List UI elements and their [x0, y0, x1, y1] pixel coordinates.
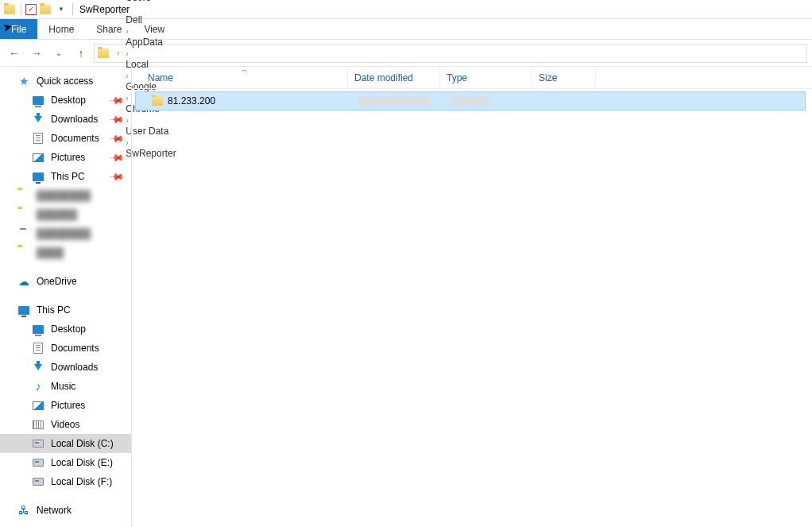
- folder-icon[interactable]: [39, 3, 52, 16]
- pc-icon: [32, 170, 44, 183]
- quick-access[interactable]: ★Quick access: [0, 72, 131, 91]
- sidebar-local-disk-c[interactable]: Local Disk (C:): [0, 434, 131, 453]
- label: Music: [51, 381, 75, 392]
- sort-asc-icon: ︿: [242, 65, 248, 74]
- breadcrumb-segment[interactable]: Dell: [122, 14, 191, 25]
- check-icon[interactable]: ✓: [25, 3, 37, 16]
- forward-button[interactable]: →: [27, 44, 46, 63]
- download-icon: [32, 361, 44, 374]
- label: Local Disk (C:): [51, 438, 114, 449]
- file-tab[interactable]: File: [0, 19, 37, 39]
- nav-bar: ← → ⌄ ↑ › This PC›Local Disk (C:)›Users›…: [0, 40, 812, 67]
- sidebar-onedrive[interactable]: ☁OneDrive: [0, 272, 131, 291]
- sidebar-this-pc[interactable]: This PC: [0, 300, 131, 320]
- star-icon: ★: [17, 75, 30, 87]
- sidebar-videos[interactable]: Videos: [0, 415, 131, 434]
- sidebar-desktop[interactable]: Desktop📌: [0, 91, 131, 110]
- redacted-item: ████████: [0, 186, 131, 205]
- pc-icon: [17, 304, 30, 316]
- disk-icon: [32, 475, 44, 488]
- sidebar-local-disk-e[interactable]: Local Disk (E:): [0, 453, 131, 472]
- chevron-right-icon[interactable]: ›: [122, 5, 131, 14]
- document-icon: [32, 342, 44, 355]
- breadcrumb-segment[interactable]: AppData: [122, 37, 191, 48]
- label: This PC: [51, 171, 85, 182]
- desktop-icon: [32, 94, 44, 107]
- pin-icon: 📌: [109, 130, 126, 147]
- download-icon: [32, 113, 44, 126]
- sidebar-music[interactable]: ♪Music: [0, 377, 131, 396]
- sidebar-documents[interactable]: Documents: [0, 339, 131, 358]
- sidebar-this-pc[interactable]: This PC📌: [0, 167, 131, 186]
- pin-icon: 📌: [109, 92, 126, 109]
- address-bar[interactable]: › This PC›Local Disk (C:)›Users›Dell›App…: [94, 44, 807, 63]
- dropdown-icon[interactable]: ▼: [58, 6, 64, 13]
- home-tab[interactable]: Home: [37, 19, 85, 39]
- pin-icon: 📌: [109, 169, 126, 185]
- label: Local Disk (F:): [51, 476, 112, 487]
- cloud-icon: ☁: [17, 275, 30, 288]
- up-button[interactable]: ↑: [72, 44, 91, 63]
- label: Pictures: [51, 400, 85, 411]
- sidebar-documents[interactable]: Documents📌: [0, 129, 131, 148]
- label: Quick access: [37, 76, 93, 87]
- sidebar-network[interactable]: 🖧Network: [0, 501, 131, 520]
- navigation-pane: ★Quick access Desktop📌 Downloads📌 Docume…: [0, 67, 132, 527]
- label: Downloads: [51, 362, 98, 373]
- pictures-icon: [32, 151, 44, 164]
- chevron-right-icon[interactable]: ›: [114, 48, 122, 57]
- disk-icon: [32, 456, 44, 469]
- breadcrumb-segment[interactable]: Users: [122, 0, 191, 3]
- label: Pictures: [51, 152, 85, 163]
- chevron-right-icon[interactable]: ›: [122, 27, 131, 36]
- file-row[interactable]: 81.233.200: [135, 91, 806, 110]
- label: OneDrive: [37, 276, 77, 287]
- label: This PC: [37, 304, 71, 316]
- column-headers: Name︿ Date modified Type Size: [132, 67, 812, 89]
- content-pane: Name︿ Date modified Type Size 81.233.200: [132, 67, 812, 527]
- back-button[interactable]: ←: [5, 44, 24, 63]
- folder-icon: [3, 3, 16, 16]
- sidebar-downloads[interactable]: Downloads📌: [0, 110, 131, 129]
- sidebar-downloads[interactable]: Downloads: [0, 358, 131, 377]
- folder-icon: [152, 96, 163, 106]
- sidebar-pictures[interactable]: Pictures: [0, 396, 131, 415]
- column-size[interactable]: Size: [532, 67, 596, 88]
- pictures-icon: [32, 399, 44, 412]
- redacted-item: ██████: [0, 205, 131, 224]
- desktop-icon: [32, 323, 44, 335]
- label: Desktop: [51, 324, 86, 335]
- redacted-item: ████: [0, 243, 131, 262]
- disk-icon: [32, 437, 44, 450]
- title-bar: ✓ ▼ SwReporter: [0, 0, 812, 19]
- network-icon: 🖧: [17, 504, 30, 517]
- sidebar-pictures[interactable]: Pictures📌: [0, 148, 131, 167]
- chevron-right-icon[interactable]: ›: [122, 49, 131, 58]
- sidebar-local-disk-f[interactable]: Local Disk (F:): [0, 472, 131, 491]
- column-name[interactable]: Name︿: [141, 67, 348, 88]
- label: Local Disk (E:): [51, 457, 113, 468]
- column-date[interactable]: Date modified: [348, 67, 440, 88]
- pin-icon: 📌: [109, 111, 126, 128]
- label: Documents: [51, 343, 99, 354]
- document-icon: [32, 132, 44, 145]
- label: Documents: [51, 133, 99, 144]
- file-type: [444, 96, 536, 106]
- redacted-item: ████████: [0, 224, 131, 243]
- pin-icon: 📌: [109, 149, 126, 166]
- label: Network: [37, 505, 72, 516]
- column-type[interactable]: Type: [440, 67, 532, 88]
- ribbon: File Home Share View: [0, 19, 812, 40]
- folder-icon: [98, 48, 109, 58]
- label: Desktop: [51, 95, 86, 106]
- label: Videos: [51, 419, 79, 430]
- sidebar-desktop[interactable]: Desktop: [0, 320, 131, 339]
- label: Downloads: [51, 114, 98, 125]
- recent-dropdown-icon[interactable]: ⌄: [49, 44, 68, 63]
- music-icon: ♪: [32, 380, 44, 393]
- file-name: 81.233.200: [168, 95, 215, 107]
- video-icon: [32, 418, 44, 431]
- file-date: [352, 96, 444, 106]
